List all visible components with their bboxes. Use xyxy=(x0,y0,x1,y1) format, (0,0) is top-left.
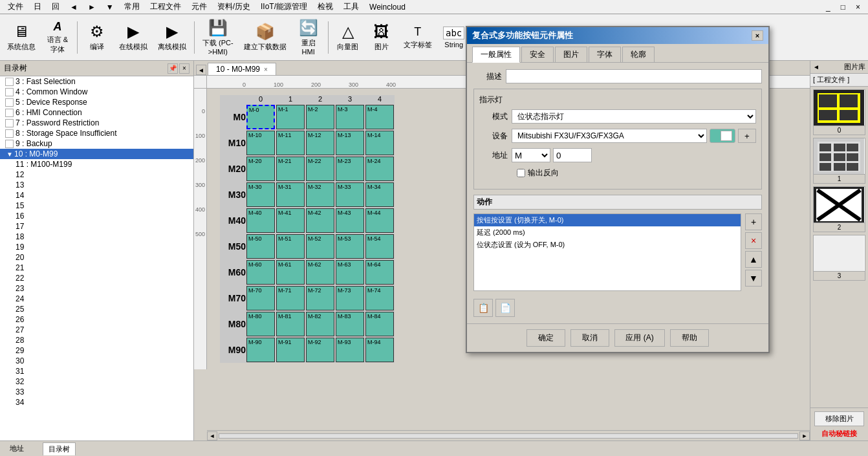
cell-M-32[interactable]: M-32 xyxy=(306,182,334,207)
win-min[interactable]: _ xyxy=(821,1,836,13)
action-item-0[interactable]: 按钮按设置 (切换开关, M-0) xyxy=(474,214,741,226)
menu-tools[interactable]: 工具 xyxy=(338,0,364,14)
toolbar-reset-hmi[interactable]: 🔄 重启HMI xyxy=(292,17,325,58)
statusbar-tab-tree[interactable]: 目录树 xyxy=(43,442,76,455)
action-down-btn[interactable]: ▼ xyxy=(745,270,762,287)
cell-M-84[interactable]: M-84 xyxy=(365,312,394,336)
tree-item-27[interactable]: 27 xyxy=(0,325,193,335)
tree-item-5[interactable]: 5 : Device Response xyxy=(0,97,193,107)
tree-item-28[interactable]: 28 xyxy=(0,335,193,345)
dialog-tab-font[interactable]: 字体 xyxy=(589,47,621,62)
tree-item-12[interactable]: 12 xyxy=(0,169,193,180)
tree-item-14[interactable]: 14 xyxy=(0,190,193,201)
dialog-close-btn[interactable]: × xyxy=(752,30,763,41)
cell-M-83[interactable]: M-83 xyxy=(336,312,364,336)
cell-M-10[interactable]: M-10 xyxy=(246,131,275,155)
tree-item-18[interactable]: 18 xyxy=(0,232,193,242)
tree-checkbox-3[interactable] xyxy=(5,78,14,86)
cell-M-40[interactable]: M-40 xyxy=(246,208,275,233)
tab-m0m99-close[interactable]: × xyxy=(264,66,268,73)
action-list[interactable]: 按钮按设置 (切换开关, M-0) 延迟 (2000 ms) 位状态设置 (设为… xyxy=(473,213,741,291)
menu-common[interactable]: 常用 xyxy=(119,0,145,14)
cell-M-91[interactable]: M-91 xyxy=(276,338,305,362)
right-panel-item-3[interactable]: 3 xyxy=(813,235,865,281)
menu-view[interactable]: 检视 xyxy=(312,0,338,14)
cell-M-12[interactable]: M-12 xyxy=(306,131,334,155)
menu-weincloud[interactable]: Weincloud xyxy=(364,1,411,13)
cell-M-24[interactable]: M-24 xyxy=(365,157,394,181)
cell-M-21[interactable]: M-21 xyxy=(276,157,305,181)
cell-M-82[interactable]: M-82 xyxy=(306,312,334,336)
cell-M-20[interactable]: M-20 xyxy=(246,157,275,181)
tree-item-6[interactable]: 6 : HMI Connection xyxy=(0,107,193,118)
tree-item-7[interactable]: 7 : Password Restriction xyxy=(0,118,193,128)
tree-item-23[interactable]: 23 xyxy=(0,283,193,294)
cell-M-63[interactable]: M-63 xyxy=(336,260,364,285)
toolbar-download[interactable]: 💾 下载 (PC->HMI) xyxy=(198,17,238,58)
tree-item-9[interactable]: 9 : Backup xyxy=(0,138,193,149)
tree-item-10[interactable]: ▼ 10 : M0-M99 xyxy=(0,149,193,159)
cell-M-64[interactable]: M-64 xyxy=(365,260,394,285)
tree-item-31[interactable]: 31 xyxy=(0,366,193,376)
cell-M-22[interactable]: M-22 xyxy=(306,157,334,181)
sidebar-pin[interactable]: 📌 xyxy=(168,63,178,74)
cell-M-74[interactable]: M-74 xyxy=(365,286,394,310)
tree-checkbox-9[interactable] xyxy=(5,140,14,148)
cell-M-33[interactable]: M-33 xyxy=(336,182,364,207)
action-item-1[interactable]: 延迟 (2000 ms) xyxy=(474,226,741,239)
cell-M-1[interactable]: M-1 xyxy=(276,105,305,129)
action-item-2[interactable]: 位状态设置 (设为 OFF, M-0) xyxy=(474,239,741,251)
cell-M-71[interactable]: M-71 xyxy=(276,286,305,310)
address-reg-select[interactable]: M xyxy=(512,148,550,162)
cell-M-81[interactable]: M-81 xyxy=(276,312,305,336)
cell-M-60[interactable]: M-60 xyxy=(246,260,275,285)
cell-M-41[interactable]: M-41 xyxy=(276,208,305,233)
tree-item-22[interactable]: 22 xyxy=(0,273,193,283)
cell-M-93[interactable]: M-93 xyxy=(336,338,364,362)
menu-save2[interactable]: 回 xyxy=(47,0,65,14)
win-max[interactable]: □ xyxy=(836,1,851,13)
toolbar-build-dl[interactable]: 📦 建立下载数据 xyxy=(239,17,291,58)
cell-M-92[interactable]: M-92 xyxy=(306,338,334,362)
menu-project[interactable]: 工程文件 xyxy=(145,0,186,14)
tree-item-11[interactable]: 11 : M100-M199 xyxy=(0,159,193,169)
right-panel-item-0[interactable]: 0 xyxy=(813,89,865,135)
dialog-help-btn[interactable]: 帮助 xyxy=(670,329,709,347)
cell-M-42[interactable]: M-42 xyxy=(306,208,334,233)
tree-item-8[interactable]: 8 : Storage Space Insufficient xyxy=(0,128,193,138)
cell-M-51[interactable]: M-51 xyxy=(276,234,305,259)
tree-checkbox-5[interactable] xyxy=(5,98,14,107)
dialog-tab-general[interactable]: 一般属性 xyxy=(472,47,520,63)
tree-item-19[interactable]: 19 xyxy=(0,242,193,252)
action-paste-btn[interactable]: 📄 xyxy=(495,299,515,317)
hscroll-track[interactable] xyxy=(219,433,798,439)
cell-M-70[interactable]: M-70 xyxy=(246,286,275,310)
menu-down[interactable]: ▼ xyxy=(101,1,119,13)
tree-item-24[interactable]: 24 xyxy=(0,294,193,304)
cell-M-11[interactable]: M-11 xyxy=(276,131,305,155)
cell-M-43[interactable]: M-43 xyxy=(336,208,364,233)
tree-checkbox-6[interactable] xyxy=(5,109,14,117)
win-close[interactable]: × xyxy=(851,1,865,13)
toolbar-online-sim[interactable]: ▶ 在线模拟 xyxy=(114,17,152,58)
tree-item-21[interactable]: 21 xyxy=(0,263,193,273)
device-settings-btn[interactable]: + xyxy=(738,129,756,143)
remove-img-btn[interactable]: 移除图片 xyxy=(814,411,864,426)
cell-M-50[interactable]: M-50 xyxy=(246,234,275,259)
dialog-tab-image[interactable]: 图片 xyxy=(555,47,587,62)
expand-icon-10[interactable]: ▼ xyxy=(5,151,14,158)
tree-item-30[interactable]: 30 xyxy=(0,356,193,366)
toolbar-image[interactable]: 🖼 图片 xyxy=(365,17,398,58)
dialog-ok-btn[interactable]: 确定 xyxy=(526,329,565,347)
description-input[interactable] xyxy=(506,69,762,83)
cell-M-44[interactable]: M-44 xyxy=(365,208,394,233)
mode-select[interactable]: 位状态指示灯 xyxy=(512,109,756,124)
menu-iiot[interactable]: IIoT/能源管理 xyxy=(255,0,312,14)
right-panel-item-1[interactable]: 1 xyxy=(813,138,865,184)
cell-M-73[interactable]: M-73 xyxy=(336,286,364,310)
tree-item-26[interactable]: 26 xyxy=(0,314,193,325)
tree-item-34[interactable]: 34 xyxy=(0,397,193,407)
tree-item-29[interactable]: 29 xyxy=(0,345,193,356)
cell-M-23[interactable]: M-23 xyxy=(336,157,364,181)
menu-fwd[interactable]: ► xyxy=(83,1,101,13)
